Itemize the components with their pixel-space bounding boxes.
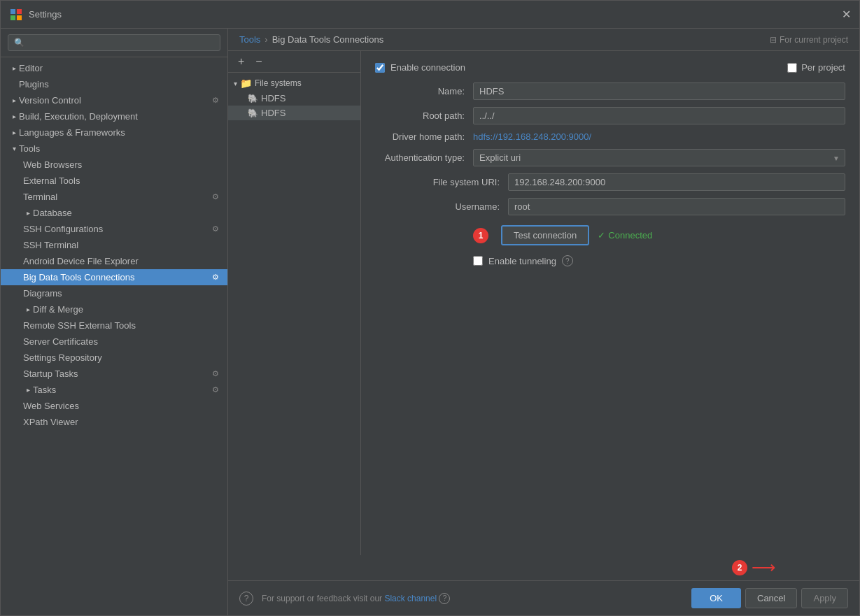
conn-item-hdfs2[interactable]: 🐘 HDFS: [228, 106, 360, 120]
sidebar-item-label: Diff & Merge: [33, 304, 83, 315]
enable-tunneling-checkbox[interactable]: [473, 256, 483, 266]
svg-rect-2: [10, 15, 15, 20]
sidebar-item-remote-ssh[interactable]: Remote SSH External Tools: [1, 317, 227, 334]
spacer: [9, 80, 19, 88]
for-current-project-toggle[interactable]: ⊟ For current project: [770, 35, 848, 45]
title-bar: Settings ✕: [1, 1, 859, 29]
sidebar-item-build[interactable]: ▸ Build, Execution, Deployment: [1, 108, 227, 124]
per-project-checkbox[interactable]: [787, 63, 797, 73]
root-path-input[interactable]: [473, 107, 845, 124]
slack-channel-link-text[interactable]: Slack channel: [384, 593, 437, 603]
monitor-icon: ⊟: [770, 35, 777, 45]
sidebar-item-label: Tasks: [33, 385, 56, 395]
enable-connection-label: Enable connection: [390, 62, 465, 73]
sidebar-item-tools[interactable]: ▾ Tools: [1, 141, 227, 157]
help-button[interactable]: ?: [239, 592, 253, 606]
search-input[interactable]: [8, 34, 220, 51]
arrow-annotation: 2 ⟶: [228, 555, 859, 580]
sidebar-item-languages[interactable]: ▸ Languages & Frameworks: [1, 124, 227, 141]
sidebar-item-label: Android Device File Explorer: [23, 256, 139, 266]
close-icon[interactable]: ✕: [842, 8, 851, 21]
expand-arrow: ▾: [234, 80, 237, 87]
breadcrumb: Tools › Big Data Tools Connections ⊟ For…: [228, 29, 859, 51]
file-system-uri-row: File system URI:: [375, 173, 845, 191]
main-panel: Tools › Big Data Tools Connections ⊟ For…: [228, 29, 859, 615]
cancel-button[interactable]: Cancel: [745, 588, 797, 608]
sidebar-item-label: Build, Execution, Deployment: [19, 111, 138, 122]
expand-arrow: ▸: [9, 96, 19, 104]
sidebar-item-big-data-tools[interactable]: Big Data Tools Connections ⚙: [1, 269, 227, 285]
sidebar-item-web-services[interactable]: Web Services: [1, 398, 227, 414]
remove-connection-button[interactable]: −: [251, 54, 266, 69]
sidebar-item-terminal[interactable]: Terminal ⚙: [1, 189, 227, 205]
sidebar-item-label: Startup Tasks: [23, 368, 78, 379]
annotation-1: 1: [473, 228, 488, 243]
auth-type-row: Authentication type: Explicit uri Simple…: [375, 149, 845, 166]
gear-icon: ⚙: [212, 369, 219, 378]
sidebar-item-database[interactable]: ▸ Database: [1, 205, 227, 221]
auth-type-label: Authentication type:: [375, 152, 473, 163]
hdfs-icon: 🐘: [248, 94, 258, 103]
sidebar-item-editor[interactable]: ▸ Editor: [1, 60, 227, 76]
sidebar-item-ssh-config[interactable]: SSH Configurations ⚙: [1, 221, 227, 237]
enable-tunneling-label: Enable tunneling: [488, 256, 556, 266]
sidebar-item-label: Diagrams: [23, 288, 62, 299]
sidebar-item-plugins[interactable]: Plugins: [1, 76, 227, 92]
support-prefix: For support or feedback visit our: [262, 593, 384, 603]
bottom-section: 2 ⟶ ? For support or feedback visit our …: [228, 555, 859, 615]
breadcrumb-tools-link[interactable]: Tools: [239, 34, 260, 45]
ok-button[interactable]: OK: [691, 588, 741, 608]
auth-type-select[interactable]: Explicit uri Simple Kerberos: [473, 149, 845, 166]
file-system-uri-label: File system URI:: [375, 177, 508, 187]
root-path-label: Root path:: [375, 110, 473, 121]
sidebar-item-label: Settings Repository: [23, 352, 102, 363]
driver-home-row: Driver home path: hdfs://192.168.248.200…: [375, 131, 845, 142]
help-icon[interactable]: ?: [562, 255, 573, 266]
conn-toolbar: + −: [228, 51, 360, 73]
breadcrumb-current: Big Data Tools Connections: [272, 34, 383, 45]
add-connection-button[interactable]: +: [234, 54, 248, 69]
sidebar-item-diagrams[interactable]: Diagrams: [1, 285, 227, 301]
sidebar-item-startup-tasks[interactable]: Startup Tasks ⚙: [1, 366, 227, 382]
gear-icon: ⚙: [212, 224, 219, 234]
gear-icon: ⚙: [212, 96, 219, 105]
sidebar-item-external-tools[interactable]: External Tools: [1, 173, 227, 189]
sidebar-item-tasks[interactable]: ▸ Tasks ⚙: [1, 382, 227, 398]
test-connection-button[interactable]: Test connection: [501, 225, 589, 245]
expand-arrow: ▸: [9, 129, 19, 136]
conn-group-label: File systems: [255, 78, 302, 88]
for-current-label: For current project: [780, 35, 848, 45]
per-project-label: Per project: [801, 62, 845, 73]
file-system-uri-input[interactable]: [508, 173, 845, 191]
sidebar-item-label: Editor: [19, 63, 43, 73]
sidebar-item-label: Server Certificates: [23, 336, 98, 347]
window-title: Settings: [29, 9, 842, 20]
sidebar-item-settings-repo[interactable]: Settings Repository: [1, 350, 227, 366]
search-box: [1, 29, 227, 57]
connected-status: ✓ Connected: [598, 230, 652, 241]
support-help-icon[interactable]: ?: [439, 593, 450, 604]
sidebar-item-label: Database: [33, 208, 72, 218]
sidebar-item-version-control[interactable]: ▸ Version Control ⚙: [1, 92, 227, 108]
username-input[interactable]: [508, 198, 845, 215]
sidebar-item-server-certs[interactable]: Server Certificates: [1, 334, 227, 350]
sidebar-item-xpath[interactable]: XPath Viewer: [1, 414, 227, 430]
settings-form-panel: Enable connection Per project Name:: [361, 51, 859, 555]
apply-button[interactable]: Apply: [801, 588, 848, 608]
conn-group-header[interactable]: ▾ 📁 File systems: [228, 76, 360, 91]
sidebar-item-android[interactable]: Android Device File Explorer: [1, 253, 227, 269]
sidebar-item-diff-merge[interactable]: ▸ Diff & Merge: [1, 301, 227, 317]
name-input[interactable]: [473, 83, 845, 100]
root-path-row: Root path:: [375, 107, 845, 124]
conn-item-hdfs1[interactable]: 🐘 HDFS: [228, 91, 360, 106]
conn-item-label: HDFS: [261, 93, 286, 103]
sidebar-item-ssh-terminal[interactable]: SSH Terminal: [1, 237, 227, 253]
driver-home-link[interactable]: hdfs://192.168.248.200:9000/: [473, 131, 591, 142]
sidebar-item-label: Plugins: [19, 79, 49, 89]
split-panel: + − ▾ 📁 File systems 🐘 HDFS: [228, 51, 859, 555]
sidebar-item-web-browsers[interactable]: Web Browsers: [1, 157, 227, 173]
connected-label: Connected: [608, 230, 652, 241]
gear-icon: ⚙: [212, 273, 219, 282]
enable-connection-checkbox[interactable]: [375, 63, 385, 73]
expand-arrow: ▸: [23, 209, 33, 217]
